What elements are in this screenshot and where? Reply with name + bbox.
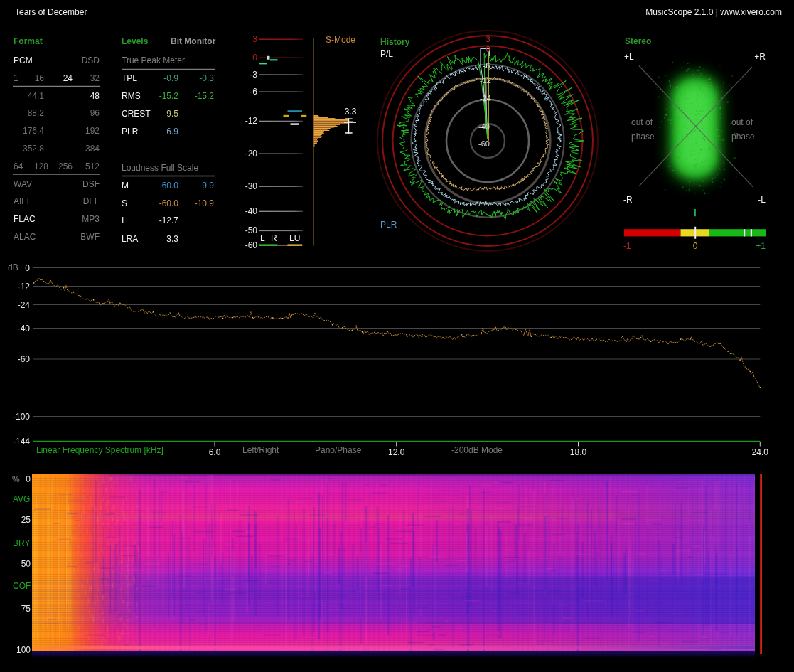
svg-text:0: 0 [693,241,698,251]
svg-text:-30: -30 [245,181,258,191]
svg-text:-0.9: -0.9 [163,73,178,83]
svg-text:RMS: RMS [122,91,141,101]
svg-text:0: 0 [485,45,490,53]
svg-text:64: 64 [14,161,23,171]
svg-text:%: % [12,474,20,484]
svg-text:-9.9: -9.9 [199,181,214,191]
svg-text:384: 384 [85,144,100,154]
svg-text:-200dB Mode: -200dB Mode [451,445,503,455]
svg-text:-144: -144 [13,437,30,447]
svg-text:-15.2: -15.2 [159,91,179,101]
svg-text:I: I [122,215,124,225]
svg-text:-60: -60 [18,354,31,364]
svg-text:32: 32 [90,73,100,83]
svg-text:-6: -6 [250,87,257,97]
svg-text:16: 16 [35,73,45,83]
svg-text:512: 512 [85,161,100,171]
svg-text:-40: -40 [245,206,258,216]
svg-text:WAV: WAV [14,179,32,189]
svg-text:Pano/Phase: Pano/Phase [315,445,362,455]
svg-text:0: 0 [252,53,257,63]
svg-text:LRA: LRA [122,234,138,244]
svg-text:-3: -3 [250,70,257,80]
svg-text:48: 48 [90,91,100,101]
svg-text:3: 3 [485,35,490,43]
svg-text:-24: -24 [18,300,31,310]
svg-text:44.1: 44.1 [28,91,45,101]
svg-text:100: 100 [16,645,31,655]
svg-text:+1: +1 [756,241,766,251]
svg-text:128: 128 [34,161,48,171]
svg-text:-6: -6 [483,61,490,70]
svg-text:12.0: 12.0 [388,447,405,457]
svg-text:75: 75 [21,604,31,614]
svg-text:S-Mode: S-Mode [326,35,355,45]
svg-text:BWF: BWF [80,232,100,242]
svg-text:DFF: DFF [83,196,100,206]
svg-text:3: 3 [252,34,257,44]
svg-text:-60.0: -60.0 [159,181,179,191]
svg-text:+R: +R [754,52,766,62]
svg-text:0: 0 [26,474,31,484]
svg-text:-60.0: -60.0 [159,198,179,208]
svg-text:phase: phase [731,132,755,142]
svg-text:-50: -50 [245,225,258,235]
svg-text:-0.3: -0.3 [199,73,214,83]
svg-text:-10.9: -10.9 [195,198,215,208]
svg-text:192: 192 [85,126,100,136]
svg-text:-12.7: -12.7 [159,215,179,225]
svg-text:3.3: 3.3 [345,107,357,117]
svg-text:FLAC: FLAC [14,214,36,224]
svg-text:DSD: DSD [82,55,100,65]
svg-text:0: 0 [25,263,30,273]
svg-text:Levels: Levels [122,36,149,46]
svg-text:out of: out of [631,117,653,127]
svg-text:-12: -12 [480,76,491,85]
svg-text:Loudness Full Scale: Loudness Full Scale [122,163,198,173]
svg-text:MusicScope 2.1.0 | www.xivero.: MusicScope 2.1.0 | www.xivero.com [645,7,782,17]
svg-text:-60: -60 [478,139,490,148]
svg-text:COF: COF [13,581,31,591]
svg-text:+L: +L [624,52,634,62]
svg-text:CREST: CREST [122,109,151,119]
svg-text:M: M [122,181,129,191]
svg-text:6.0: 6.0 [209,447,221,457]
svg-text:50: 50 [21,559,31,569]
svg-text:-24: -24 [480,94,491,102]
svg-text:176.4: 176.4 [23,126,44,136]
svg-text:256: 256 [58,161,73,171]
svg-text:S: S [122,198,127,208]
svg-text:PLR: PLR [122,127,139,137]
svg-text:-15.2: -15.2 [195,91,215,101]
svg-text:BRY: BRY [13,538,30,548]
svg-text:TPL: TPL [122,73,137,83]
svg-text:AVG: AVG [13,494,30,504]
svg-text:dB: dB [8,262,18,272]
svg-text:352.8: 352.8 [23,144,44,154]
svg-text:6.9: 6.9 [166,127,178,137]
svg-text:-12: -12 [245,116,258,126]
svg-text:-R: -R [623,195,633,205]
svg-text:MP3: MP3 [82,214,100,224]
svg-text:Left/Right: Left/Right [242,445,279,455]
svg-text:88.2: 88.2 [28,108,45,118]
svg-text:3.3: 3.3 [166,234,178,244]
svg-text:24.0: 24.0 [752,447,769,457]
svg-text:18.0: 18.0 [570,447,587,457]
svg-text:phase: phase [631,132,655,142]
svg-text:9.5: 9.5 [166,109,178,119]
svg-text:Stereo: Stereo [625,36,651,46]
svg-text:ALAC: ALAC [14,232,36,242]
svg-text:out of: out of [731,117,753,127]
svg-text:96: 96 [90,108,100,118]
svg-text:-1: -1 [623,241,631,251]
svg-text:PLR: PLR [380,220,397,230]
svg-text:AIFF: AIFF [14,196,32,206]
svg-text:-20: -20 [245,149,258,159]
svg-text:-100: -100 [13,412,30,422]
svg-text:P/L: P/L [380,49,393,59]
svg-text:25: 25 [21,515,31,525]
svg-text:DSF: DSF [82,179,100,189]
svg-text:Format: Format [14,36,43,46]
svg-text:1: 1 [14,73,18,83]
